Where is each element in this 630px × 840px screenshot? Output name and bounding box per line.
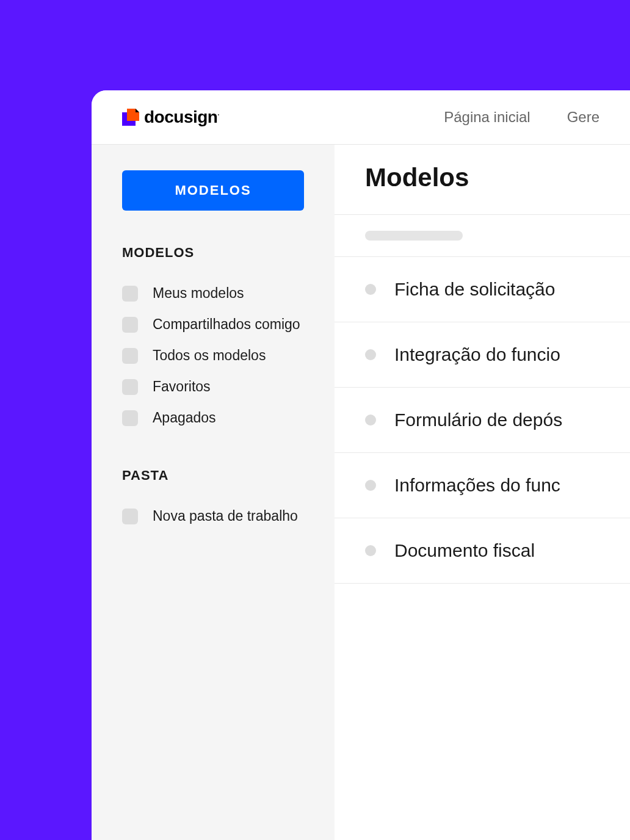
status-dot-icon: [365, 415, 376, 425]
top-header: docusign. Página inicial Gere: [92, 90, 630, 145]
table-row[interactable]: Ficha de solicitação: [335, 257, 630, 322]
sidebar-section-templates: MODELOS Meus modelos Compartilhados comi…: [122, 245, 304, 433]
sidebar-item-deleted[interactable]: Apagados: [122, 402, 304, 433]
status-dot-icon: [365, 480, 376, 491]
nav-link-home[interactable]: Página inicial: [444, 109, 530, 126]
sidebar-item-label: Nova pasta de trabalho: [153, 508, 298, 524]
sidebar-item-new-folder[interactable]: Nova pasta de trabalho: [122, 501, 304, 532]
sidebar-item-label: Compartilhados comigo: [153, 316, 300, 333]
row-title: Integração do funcio: [394, 344, 560, 365]
row-title: Formulário de depós: [394, 410, 562, 430]
sidebar-item-my-templates[interactable]: Meus modelos: [122, 278, 304, 309]
page-title: Modelos: [365, 163, 599, 192]
app-window: docusign. Página inicial Gere MODELOS MO…: [92, 90, 630, 840]
placeholder-bar: [365, 231, 463, 241]
row-title: Informações do func: [394, 475, 560, 496]
sidebar-item-label: Apagados: [153, 410, 216, 426]
row-title: Ficha de solicitação: [394, 279, 555, 300]
sidebar-section-folders: PASTA Nova pasta de trabalho: [122, 468, 304, 532]
sidebar-heading-folders: PASTA: [122, 468, 304, 483]
table-row[interactable]: Integração do funcio: [335, 322, 630, 388]
checkbox-icon[interactable]: [122, 317, 138, 333]
sidebar-item-favorites[interactable]: Favoritos: [122, 371, 304, 402]
brand-logo[interactable]: docusign.: [122, 107, 219, 127]
status-dot-icon: [365, 545, 376, 556]
sidebar-item-all[interactable]: Todos os modelos: [122, 340, 304, 371]
table-row[interactable]: Documento fiscal: [335, 518, 630, 584]
main-content: Modelos Ficha de solicitação Integração …: [335, 145, 630, 840]
checkbox-icon[interactable]: [122, 509, 138, 524]
templates-button[interactable]: MODELOS: [122, 170, 304, 211]
body-area: MODELOS MODELOS Meus modelos Compartilha…: [92, 145, 630, 840]
brand-name: docusign.: [144, 107, 219, 127]
sidebar: MODELOS MODELOS Meus modelos Compartilha…: [92, 145, 335, 840]
page-title-area: Modelos: [335, 145, 630, 215]
table-row[interactable]: Informações do func: [335, 453, 630, 518]
checkbox-icon[interactable]: [122, 410, 138, 426]
column-header-row: [335, 215, 630, 257]
status-dot-icon: [365, 349, 376, 360]
checkbox-icon[interactable]: [122, 286, 138, 302]
sidebar-item-label: Todos os modelos: [153, 347, 266, 364]
sidebar-heading-templates: MODELOS: [122, 245, 304, 261]
row-title: Documento fiscal: [394, 540, 535, 561]
sidebar-item-shared[interactable]: Compartilhados comigo: [122, 309, 304, 340]
checkbox-icon[interactable]: [122, 379, 138, 395]
checkbox-icon[interactable]: [122, 348, 138, 364]
nav-link-manage[interactable]: Gere: [567, 109, 599, 126]
sidebar-item-label: Favoritos: [153, 378, 211, 395]
table-row[interactable]: Formulário de depós: [335, 388, 630, 453]
sidebar-item-label: Meus modelos: [153, 285, 244, 302]
docusign-logo-icon: [122, 109, 139, 126]
header-nav: Página inicial Gere: [444, 109, 599, 126]
status-dot-icon: [365, 284, 376, 295]
